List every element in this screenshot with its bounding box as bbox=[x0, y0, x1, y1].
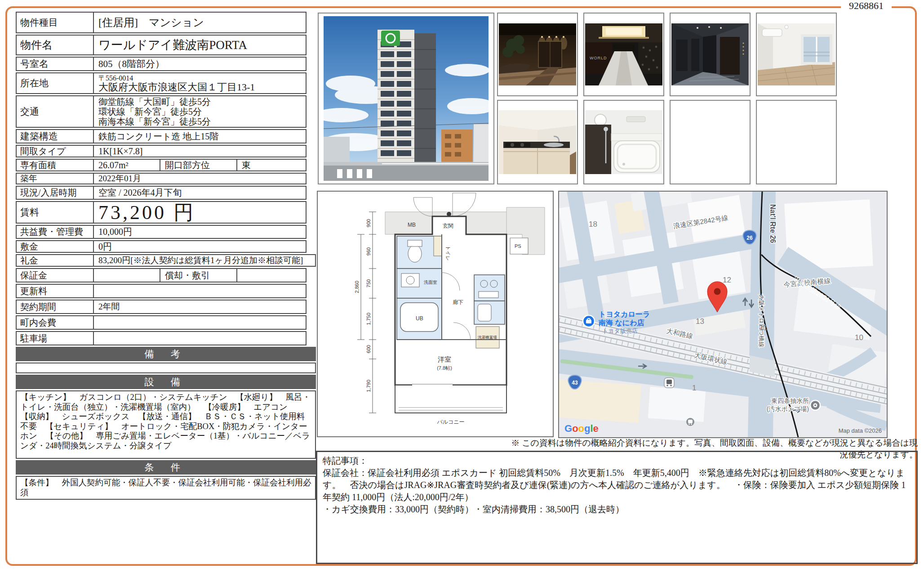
pump-station-label: 東四条抽水所 bbox=[771, 397, 809, 404]
special-notes-box: 特記事項： 保証会社：保証会社利用必須 エポスカード 初回総賃料50% 月次更新… bbox=[316, 451, 918, 564]
row-value: 鉄筋コンクリート造 地上15階 bbox=[93, 130, 306, 143]
room-illustration bbox=[758, 23, 835, 85]
table-row: 築年 2022年01月 bbox=[16, 173, 307, 184]
remarks-header-bar: 備 考 bbox=[16, 347, 316, 361]
document-id: 9268861 bbox=[841, 0, 892, 12]
amortization-label: 償却・敷引 bbox=[160, 269, 236, 282]
floorplan-label-balcony: バルコニー bbox=[436, 419, 464, 425]
block-number: 1 bbox=[692, 384, 696, 392]
table-row: 建築構造 鉄筋コンクリート造 地上15階 bbox=[16, 129, 307, 143]
row-label: 敷金 bbox=[17, 241, 93, 252]
table-row: 敷金 0円 bbox=[16, 240, 307, 253]
row-label: 礼金 bbox=[17, 255, 93, 266]
toyota-poi-icon[interactable] bbox=[583, 315, 595, 327]
photo-bathroom bbox=[583, 100, 664, 184]
floorplan-label-hallway: 廊下 bbox=[453, 299, 463, 305]
table-row: 号室名 805（8階部分） bbox=[16, 57, 307, 71]
toyota-poi-label[interactable]: トヨタカローラ bbox=[599, 310, 650, 318]
street-label-metro: 大阪メトロ四つ橋線 bbox=[758, 294, 765, 347]
toyota-poi-label[interactable]: 南海 なにわ店 bbox=[598, 318, 644, 327]
floorplan-label-toilet: トイレ bbox=[445, 246, 451, 261]
access-line: 環状線「新今宮」徒歩5分 bbox=[98, 107, 202, 116]
photo-building-exterior bbox=[318, 13, 494, 184]
row-value bbox=[93, 269, 160, 282]
row-value: 0円 bbox=[93, 241, 306, 252]
table-row: 保証金 償却・敷引 bbox=[16, 268, 307, 282]
access-line: 御堂筋線「大国町」徒歩5分 bbox=[98, 97, 211, 107]
pump-station-label: (汚水ポンプ場) bbox=[767, 405, 809, 412]
property-flyer-page: 9268861 物件種目 [住居用] マンション 物件名 ワールドアイ難波南PO… bbox=[0, 0, 924, 569]
photo-room bbox=[756, 13, 837, 96]
remarks-empty-row bbox=[16, 363, 316, 373]
row-label: 保証金 bbox=[17, 269, 93, 282]
building-exterior-illustration bbox=[324, 16, 489, 181]
equipment-header-bar: 設 備 bbox=[16, 375, 316, 389]
row-label: 築年 bbox=[17, 174, 93, 184]
dim-value: 1,790 bbox=[366, 380, 371, 392]
map-box: 26 43 bbox=[558, 191, 888, 438]
svg-text:26: 26 bbox=[746, 235, 753, 241]
floorplan-label-room: 洋室 bbox=[438, 355, 451, 363]
row-label: 所在地 bbox=[17, 73, 93, 93]
rooftop-green-sign bbox=[381, 31, 400, 46]
area-value: 26.07m² bbox=[93, 160, 160, 170]
photo-empty-slot bbox=[756, 100, 837, 184]
pump-station-poi-icon[interactable] bbox=[810, 400, 820, 410]
row-label: 賃料 bbox=[17, 202, 93, 223]
row-value: 805（8階部分） bbox=[93, 58, 306, 70]
row-value: ワールドアイ難波南PORTA bbox=[93, 36, 306, 54]
photo-lobby: WORLD bbox=[583, 13, 664, 96]
row-label: 物件種目 bbox=[17, 13, 93, 32]
kitchen-illustration bbox=[499, 110, 576, 174]
equipment-text: 【キッチン】 ガスコンロ（2口）・システムキッチン 【水廻り】 風呂・トイレ・洗… bbox=[16, 390, 316, 459]
row-value: 83,200円[※法人契約は総賃料1ヶ月分追加※相談可能] bbox=[93, 255, 315, 266]
table-row: 間取タイプ 1K[1K×7.8] bbox=[16, 145, 307, 157]
block-number: 13 bbox=[696, 317, 704, 326]
row-label: 交通 bbox=[17, 96, 93, 127]
floorplan-drawing: 900 960 750 1,750 600 1,790 2,860 MB 玄関 … bbox=[318, 192, 553, 436]
floorplan-label-room-size: (7.8帖) bbox=[437, 365, 452, 371]
table-row: 物件名 ワールドアイ難波南PORTA bbox=[16, 35, 307, 55]
floorplan-label-entrance: 玄関 bbox=[443, 223, 453, 229]
bathroom-illustration bbox=[585, 110, 662, 174]
row-label: 号室名 bbox=[17, 58, 93, 70]
row-value: 空室 / 2026年4月下旬 bbox=[93, 187, 306, 199]
table-row-rent: 賃料 73,200 円 bbox=[16, 201, 307, 224]
google-map[interactable]: 26 43 bbox=[559, 192, 887, 437]
opening-direction-value: 東 bbox=[236, 160, 306, 170]
row-value: 2022年01月 bbox=[93, 174, 306, 184]
table-row: 専有面積 26.07m² 開口部方位 東 bbox=[16, 159, 307, 171]
row-label: 契約期間 bbox=[17, 300, 93, 313]
row-label: 駐車場 bbox=[17, 332, 93, 345]
floorplan-label-washroom: 洗面室 bbox=[424, 280, 437, 285]
row-label: 共益費・管理費 bbox=[17, 226, 93, 238]
bus-stop-icon bbox=[686, 418, 694, 426]
toyota-poi-sublabel: トヨタ販売店 bbox=[602, 327, 638, 334]
table-row: 町内会費 bbox=[16, 315, 307, 330]
floorplan-label-mb: MB bbox=[408, 222, 416, 228]
floorplan-label-bath: UB bbox=[416, 315, 423, 322]
svg-text:43: 43 bbox=[572, 380, 578, 386]
table-row: 更新料 bbox=[16, 284, 307, 298]
table-row: 契約期間 2年間 bbox=[16, 300, 307, 314]
google-logo: Google bbox=[564, 423, 599, 434]
conditions-text: 【条件】 外国人契約可能・保証人不要・保証会社利用可能・保証会社利用必須 bbox=[16, 476, 316, 500]
block-number: 11 bbox=[760, 323, 768, 332]
block-number: 10 bbox=[855, 333, 863, 342]
hallway-illustration bbox=[671, 23, 749, 85]
svg-text:Google: Google bbox=[564, 423, 599, 434]
amortization-value bbox=[236, 269, 306, 282]
floorplan-label-ps: PS bbox=[515, 243, 521, 249]
table-row: 現況/入居時期 空室 / 2026年4月下旬 bbox=[16, 186, 307, 200]
dim-overall: 2,860 bbox=[354, 281, 360, 293]
photo-kitchen bbox=[497, 100, 578, 184]
map-credit: Map data ©2026 bbox=[839, 427, 882, 434]
row-label: 間取タイプ bbox=[17, 146, 93, 157]
photo-hallway bbox=[670, 13, 751, 96]
photo-entrance bbox=[497, 13, 578, 96]
table-row: 物件種目 [住居用] マンション bbox=[16, 12, 307, 33]
special-notes-title: 特記事項： bbox=[323, 455, 911, 467]
property-table: 物件種目 [住居用] マンション 物件名 ワールドアイ難波南PORTA 号室名 … bbox=[16, 12, 316, 501]
table-row: 交通 御堂筋線「大国町」徒歩5分 環状線「新今宮」徒歩5分 南海本線「新今宮」徒… bbox=[16, 95, 307, 128]
train-station-icon bbox=[664, 378, 674, 388]
